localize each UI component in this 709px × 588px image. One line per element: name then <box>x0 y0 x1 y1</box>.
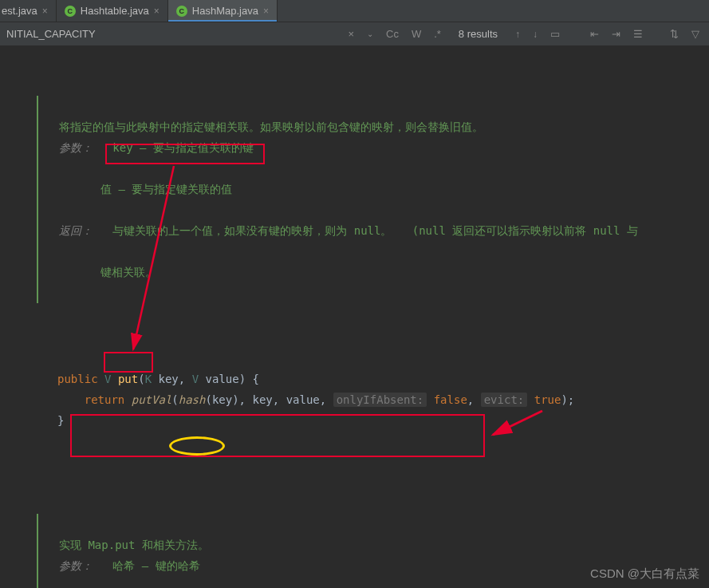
call: putVal <box>132 393 172 406</box>
close-icon[interactable]: × <box>263 6 269 17</box>
close-icon[interactable]: × <box>42 6 48 17</box>
close-find-icon[interactable]: × <box>345 26 357 41</box>
kw-public: public <box>57 373 98 385</box>
doc-return: 键相关联。 <box>100 266 156 278</box>
kw-return: return <box>85 393 125 406</box>
doc-param: 值 – 要与指定键关联的值 <box>100 183 232 195</box>
filter-icon[interactable]: ⇅ <box>667 26 682 41</box>
tab-est[interactable]: est.java × <box>0 0 57 22</box>
method-name: put <box>118 373 138 385</box>
find-input[interactable]: NITIAL_CAPACITY <box>6 28 345 40</box>
javadoc-block: 将指定的值与此映射中的指定键相关联。如果映射以前包含键的映射，则会替换旧值。 参… <box>37 96 709 303</box>
watermark: CSDN @大白有点菜 <box>590 566 699 582</box>
tab-hashmap[interactable]: C HashMap.java × <box>168 0 278 22</box>
doc-param: 哈希 – 键的哈希 <box>112 559 199 572</box>
settings-icon[interactable]: ▽ <box>688 26 703 41</box>
tab-label: Hashtable.java <box>81 5 149 17</box>
type: V <box>192 373 199 385</box>
type: V <box>104 373 111 385</box>
arg: key <box>252 393 272 406</box>
next-match-icon[interactable]: ↓ <box>530 27 541 41</box>
doc-return: 与键关联的上一个值，如果没有键的映射，则为 null。 (null 返回还可以指… <box>112 224 638 237</box>
whole-word-toggle[interactable]: W <box>408 26 424 41</box>
param-hint: onlyIfAbsent: <box>333 393 427 407</box>
val: true <box>534 393 561 406</box>
param: value <box>206 373 239 385</box>
class-icon: C <box>65 6 76 17</box>
code-editor[interactable]: 将指定的值与此映射中的指定键相关联。如果映射以前包含键的映射，则会替换旧值。 参… <box>0 46 709 588</box>
param: key <box>159 373 179 385</box>
type: K <box>145 373 152 385</box>
toolbar-icon-1[interactable]: ⇤ <box>587 26 602 41</box>
close-icon[interactable]: × <box>154 6 160 17</box>
doc-param: key – 要与指定值关联的键 <box>112 141 254 154</box>
method-put: public V put(K key, V value) { return pu… <box>16 348 709 431</box>
find-results-count: 8 results <box>444 28 512 40</box>
doc-returns-label: 返回： <box>59 224 93 237</box>
arg: value <box>286 393 320 406</box>
doc-params-label: 参数： <box>59 559 93 572</box>
toolbar-icon-2[interactable]: ⇥ <box>609 26 624 41</box>
doc-text: 实现 Map.put 和相关方法。 <box>59 539 209 551</box>
regex-toggle[interactable]: .* <box>431 26 444 41</box>
doc-params-label: 参数： <box>59 141 93 154</box>
doc-text: 将指定的值与此映射中的指定键相关联。如果映射以前包含键的映射，则会替换旧值。 <box>59 120 483 133</box>
tab-label: est.java <box>2 5 37 17</box>
find-dropdown-icon[interactable]: ⌄ <box>364 28 376 40</box>
tab-hashtable[interactable]: C Hashtable.java × <box>57 0 168 22</box>
prev-match-icon[interactable]: ↑ <box>512 27 523 41</box>
val: false <box>434 393 467 406</box>
tab-bar: est.java × C Hashtable.java × C HashMap.… <box>0 0 709 22</box>
select-all-icon[interactable]: ▭ <box>547 26 563 41</box>
match-case-toggle[interactable]: Cc <box>383 26 402 41</box>
tab-label: HashMap.java <box>192 5 258 17</box>
param-hint: evict: <box>481 393 528 407</box>
toolbar-icon-3[interactable]: ☰ <box>630 26 646 41</box>
class-icon: C <box>176 6 187 17</box>
call: hash <box>179 393 206 406</box>
find-bar: NITIAL_CAPACITY × ⌄ Cc W .* 8 results ↑ … <box>0 22 709 46</box>
